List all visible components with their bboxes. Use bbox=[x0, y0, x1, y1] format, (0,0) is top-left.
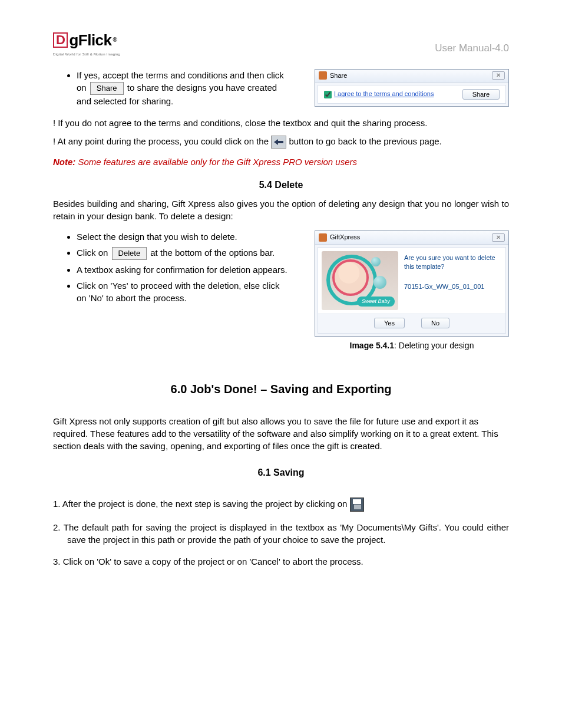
save-icon[interactable] bbox=[350, 498, 364, 512]
close-icon[interactable]: ✕ bbox=[492, 71, 505, 80]
share-dialog: Share ✕ I agree to the terms and conditi… bbox=[315, 69, 509, 107]
delete-button-inline[interactable]: Delete bbox=[112, 247, 147, 260]
gx-template-id: 70151-Gx_WW_05_01_001 bbox=[404, 282, 502, 291]
delete-intro: Besides building and sharing, Gift Xpres… bbox=[53, 197, 509, 222]
gx-question: Are you sure you want to delete this tem… bbox=[404, 253, 502, 272]
delete-step-4: Click on 'Yes' to proceed with the delet… bbox=[77, 279, 291, 304]
logo-block: DgFlick® Digital World for Still & Motio… bbox=[53, 29, 120, 57]
jobs-done-intro: Gift Xpress not only supports creation o… bbox=[53, 415, 509, 452]
jobs-done-heading: 6.0 Job's Done! – Saving and Exporting bbox=[53, 381, 509, 397]
saving-step-2: 2. The default path for saving the proje… bbox=[53, 521, 509, 546]
close-icon[interactable]: ✕ bbox=[492, 233, 505, 242]
thumb-label: Sweet Baby bbox=[357, 297, 395, 307]
yes-button[interactable]: Yes bbox=[374, 318, 405, 328]
share-button-inline[interactable]: Share bbox=[90, 82, 124, 95]
page-header: DgFlick® Digital World for Still & Motio… bbox=[53, 29, 509, 57]
gx-dialog-title: GiftXpress bbox=[330, 233, 360, 242]
share-dialog-titlebar: Share ✕ bbox=[315, 70, 508, 83]
disagree-note: ! If you do not agree to the terms and c… bbox=[53, 117, 509, 129]
share-bullet: If yes, accept the terms and conditions … bbox=[77, 69, 291, 107]
terms-link[interactable]: I agree to the terms and conditions bbox=[334, 90, 434, 98]
saving-heading: 6.1 Saving bbox=[53, 466, 509, 479]
logo-text: gFlick bbox=[69, 29, 111, 51]
no-button[interactable]: No bbox=[421, 318, 449, 328]
share-row: If yes, accept the terms and conditions … bbox=[53, 69, 509, 111]
app-icon bbox=[319, 71, 327, 80]
logo-tagline: Digital World for Still & Motion Imaging bbox=[53, 52, 120, 57]
manual-version: User Manual-4.0 bbox=[435, 41, 509, 55]
template-thumbnail: Sweet Baby bbox=[322, 251, 398, 310]
app-icon bbox=[319, 233, 327, 242]
share-dialog-title: Share bbox=[330, 71, 347, 80]
delete-step-3: A textbox asking for confirmation for de… bbox=[77, 263, 291, 276]
terms-checkbox[interactable] bbox=[324, 91, 332, 98]
logo-registered: ® bbox=[113, 36, 117, 44]
saving-step-1: 1. After the project is done, the next s… bbox=[53, 498, 509, 512]
back-note: ! At any point during the process, you c… bbox=[53, 135, 509, 149]
gx-caption: Image 5.4.1: Deleting your design bbox=[315, 340, 509, 352]
delete-heading: 5.4 Delete bbox=[53, 179, 509, 192]
delete-step-2: Click on Delete at the bottom of the opt… bbox=[77, 246, 291, 260]
terms-checkbox-row[interactable]: I agree to the terms and conditions bbox=[324, 90, 434, 98]
back-icon[interactable] bbox=[271, 136, 286, 149]
logo-d: D bbox=[53, 32, 68, 48]
gx-dialog-titlebar: GiftXpress ✕ bbox=[315, 231, 508, 244]
delete-step-1: Select the design that you wish to delet… bbox=[77, 230, 291, 243]
pro-note: Note: Some features are available only f… bbox=[53, 156, 509, 168]
saving-step-3: 3. Click on 'Ok' to save a copy of the p… bbox=[53, 555, 509, 568]
share-button[interactable]: Share bbox=[462, 89, 500, 100]
logo: DgFlick® bbox=[53, 29, 120, 51]
giftxpress-dialog: GiftXpress ✕ Sweet Baby Are you sure y bbox=[315, 230, 509, 336]
